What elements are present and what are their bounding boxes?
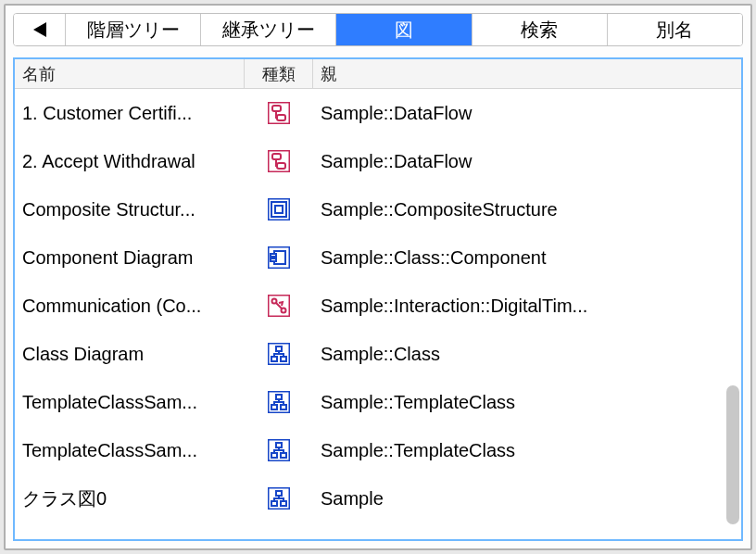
diagram-list-panel: 階層ツリー 継承ツリー 図 検索 別名 名前 種類 親 1. Customer … [4,4,752,550]
cell-parent: Sample::CompositeStructure [313,199,741,220]
table-row[interactable]: 1. Customer Certifi...Sample::DataFlow [15,89,741,137]
diagram-table: 名前 種類 親 1. Customer Certifi...Sample::Da… [13,57,743,541]
tab-diagram[interactable]: 図 [336,14,472,45]
cell-name: Communication (Co... [15,296,245,317]
column-header-type[interactable]: 種類 [245,59,313,88]
cell-parent: Sample::TemplateClass [313,392,741,413]
cell-name: Component Diagram [15,247,245,269]
table-row[interactable]: TemplateClassSam...Sample::TemplateClass [15,426,741,474]
cell-parent: Sample [313,488,741,510]
cell-parent: Sample::Class [313,344,741,365]
cell-type [245,487,313,510]
column-header-parent[interactable]: 親 [313,59,741,88]
table-row[interactable]: Class DiagramSample::Class [15,330,741,378]
tab-alias[interactable]: 別名 [608,14,742,45]
cell-type [245,246,313,269]
cell-type [245,343,313,365]
cell-name: 2. Accept Withdrawal [15,151,245,172]
tab-hierarchy-tree[interactable]: 階層ツリー [66,14,201,45]
class-diagram-icon [268,439,290,461]
class-diagram-icon [268,391,290,413]
scrollbar[interactable] [726,385,739,524]
table-row[interactable]: Communication (Co...Sample::Interaction:… [15,282,741,330]
cell-parent: Sample::Interaction::DigitalTim... [313,296,741,317]
class-diagram-icon [268,343,290,365]
cell-parent: Sample::DataFlow [313,103,741,124]
tab-inheritance-tree[interactable]: 継承ツリー [201,14,336,45]
back-button[interactable] [14,14,66,45]
cell-name: TemplateClassSam... [15,392,245,413]
table-header: 名前 種類 親 [15,59,741,89]
cell-name: 1. Customer Certifi... [15,103,245,124]
composite-structure-icon [268,198,290,220]
table-row[interactable]: 2. Accept WithdrawalSample::DataFlow [15,137,741,185]
table-row[interactable]: クラス図0Sample [15,474,741,523]
dataflow-diagram-icon [268,102,290,124]
cell-name: クラス図0 [15,486,245,511]
cell-name: Class Diagram [15,344,245,365]
table-body: 1. Customer Certifi...Sample::DataFlow2.… [15,89,741,539]
cell-parent: Sample::Class::Component [313,247,741,269]
cell-type [245,102,313,124]
table-row[interactable]: Component DiagramSample::Class::Componen… [15,233,741,282]
cell-type [245,391,313,413]
cell-parent: Sample::DataFlow [313,151,741,172]
column-header-name[interactable]: 名前 [15,59,245,88]
tab-search[interactable]: 検索 [472,14,608,45]
cell-name: TemplateClassSam... [15,440,245,461]
table-row[interactable]: Composite Structur...Sample::CompositeSt… [15,185,741,233]
cell-name: Composite Structur... [15,199,245,220]
back-icon [33,22,46,37]
cell-type [245,295,313,317]
tab-bar: 階層ツリー 継承ツリー 図 検索 別名 [13,13,743,46]
table-row[interactable]: TemplateClassSam...Sample::TemplateClass [15,378,741,426]
component-diagram-icon [268,246,290,269]
cell-type [245,198,313,220]
cell-type [245,439,313,461]
communication-diagram-icon [268,295,290,317]
cell-parent: Sample::TemplateClass [313,440,741,461]
class-diagram-icon [268,487,290,510]
dataflow-diagram-icon [268,150,290,172]
cell-type [245,150,313,172]
